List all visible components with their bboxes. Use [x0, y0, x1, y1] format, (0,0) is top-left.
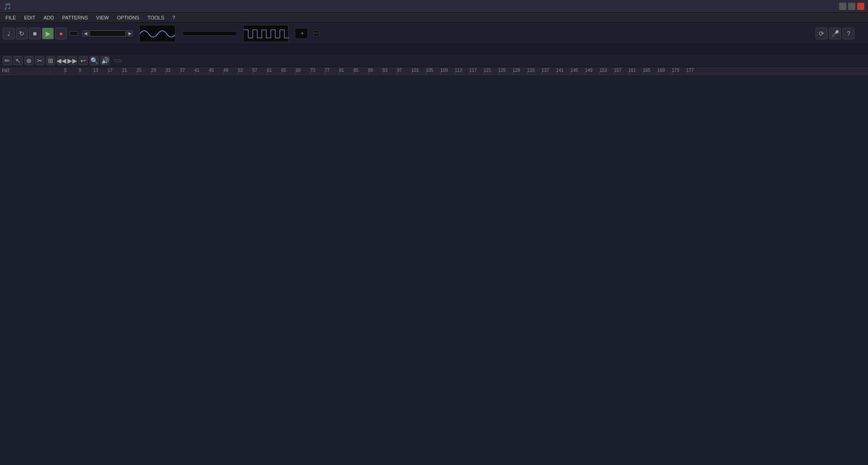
volume-button[interactable]: 🔊 — [100, 56, 109, 65]
time-display[interactable] — [183, 31, 237, 36]
play-button[interactable]: ▶ — [42, 28, 54, 39]
ruler-mark-149: 149 — [585, 68, 593, 73]
pitch-display — [243, 25, 288, 42]
ruler-mark-77: 77 — [325, 68, 330, 73]
close-button[interactable] — [857, 3, 864, 10]
timeline-area: PAT 591317212529333741454953576165697377… — [0, 67, 868, 457]
tempo-display[interactable] — [90, 30, 126, 37]
bpm-up-button[interactable]: ▶ — [127, 30, 133, 37]
ruler-mark-93: 93 — [382, 68, 387, 73]
beat-ruler: PAT 591317212529333741454953576165697377… — [0, 67, 868, 75]
stop-button[interactable]: ■ — [29, 28, 41, 39]
ruler-mark-161: 161 — [628, 68, 636, 73]
ruler-mark-85: 85 — [354, 68, 359, 73]
memory-display — [313, 30, 320, 33]
ruler-mark-121: 121 — [484, 68, 491, 73]
info-bar — [0, 44, 868, 54]
ruler-mark-17: 17 — [108, 68, 113, 73]
cut-tool[interactable]: ✂ — [35, 56, 44, 65]
toolbar: ✏ ↖ ⊕ ✂ ⊞ ◀◀ ▶▶ ↩ 🔍 🔊 — [0, 54, 868, 67]
ruler-mark-153: 153 — [599, 68, 607, 73]
loop-button[interactable]: ↻ — [16, 28, 28, 39]
ruler-mark-13: 13 — [93, 68, 98, 73]
position-display: + — [295, 28, 308, 39]
minimize-button[interactable] — [839, 3, 846, 10]
window-controls — [839, 3, 864, 10]
bpm-down-button[interactable]: ◀ — [82, 30, 89, 37]
ruler-track-col: PAT — [0, 67, 50, 75]
cpu-display — [313, 33, 320, 36]
menu-item-add[interactable]: ADD — [40, 14, 57, 21]
playlist-label-text[interactable] — [114, 59, 122, 62]
menu-item-view[interactable]: VIEW — [93, 14, 113, 21]
select-tool[interactable]: ↖ — [14, 56, 23, 65]
zoom-in-button[interactable]: 🔍 — [90, 56, 99, 65]
tracks-area — [0, 75, 868, 457]
sync-button[interactable]: ⟳ — [816, 28, 827, 39]
snap-button[interactable]: ⊞ — [46, 56, 55, 65]
ruler-mark-65: 65 — [281, 68, 286, 73]
menu-item-patterns[interactable]: PATTERNS — [59, 14, 92, 21]
ruler-mark-61: 61 — [267, 68, 272, 73]
ruler-mark-81: 81 — [339, 68, 344, 73]
menubar: FILEEDITADDPATTERNSVIEWOPTIONSTOOLS? — [0, 13, 868, 23]
ruler-mark-169: 169 — [657, 68, 665, 73]
ruler-mark-21: 21 — [122, 68, 127, 73]
transport-bar: ♩ ↻ ■ ▶ ● ◀ ▶ + — [0, 23, 868, 44]
titlebar: 🎵 — [0, 0, 868, 13]
prev-button[interactable]: ◀◀ — [57, 56, 66, 65]
ruler-mark-73: 73 — [310, 68, 315, 73]
menu-item-tools[interactable]: TOOLS — [144, 14, 168, 21]
metronome-button[interactable]: ♩ — [3, 28, 14, 39]
maximize-button[interactable] — [848, 3, 855, 10]
ruler-mark-117: 117 — [469, 68, 477, 73]
next-button[interactable]: ▶▶ — [68, 56, 77, 65]
ruler-mark-49: 49 — [223, 68, 228, 73]
ruler-mark-33: 33 — [165, 68, 170, 73]
ruler-mark-53: 53 — [238, 68, 243, 73]
draw-tool[interactable]: ✏ — [3, 56, 12, 65]
ruler-mark-89: 89 — [368, 68, 373, 73]
ruler-mark-57: 57 — [252, 68, 257, 73]
ruler-mark-69: 69 — [296, 68, 301, 73]
ruler-mark-125: 125 — [498, 68, 506, 73]
ruler-mark-173: 173 — [672, 68, 679, 73]
ruler-mark-37: 37 — [180, 68, 185, 73]
loop-region-button[interactable]: ↩ — [79, 56, 88, 65]
ruler-marks: 5913172125293337414549535761656973778185… — [50, 67, 868, 75]
ruler-mark-109: 109 — [440, 68, 448, 73]
menu-item-options[interactable]: OPTIONS — [113, 14, 143, 21]
ruler-mark-101: 101 — [411, 68, 419, 73]
ruler-mark-97: 97 — [397, 68, 402, 73]
ruler-mark-129: 129 — [513, 68, 520, 73]
window-icon: 🎵 — [4, 3, 11, 10]
ruler-mark-177: 177 — [686, 68, 694, 73]
menu-item-edit[interactable]: EDIT — [20, 14, 39, 21]
zoom-tool[interactable]: ⊕ — [24, 56, 33, 65]
waveform-display — [139, 25, 175, 42]
ruler-mark-45: 45 — [209, 68, 214, 73]
playlist-label[interactable] — [114, 59, 122, 62]
ruler-mark-145: 145 — [571, 68, 578, 73]
ruler-mark-141: 141 — [556, 68, 564, 73]
pattern-counter — [70, 31, 78, 36]
menu-item-file[interactable]: FILE — [2, 14, 19, 21]
help-button[interactable]: ? — [843, 28, 854, 39]
ruler-mark-29: 29 — [151, 68, 156, 73]
ruler-mark-113: 113 — [455, 68, 462, 73]
ruler-mark-137: 137 — [542, 68, 549, 73]
ruler-mark-133: 133 — [527, 68, 535, 73]
ruler-mark-41: 41 — [194, 68, 199, 73]
ruler-mark-165: 165 — [643, 68, 651, 73]
ruler-mark-25: 25 — [137, 68, 142, 73]
ruler-mark-105: 105 — [426, 68, 434, 73]
record-button[interactable]: ● — [55, 28, 67, 39]
mic-button[interactable]: 🎤 — [829, 28, 841, 39]
ruler-mark-157: 157 — [614, 68, 622, 73]
menu-item-?[interactable]: ? — [169, 14, 179, 21]
